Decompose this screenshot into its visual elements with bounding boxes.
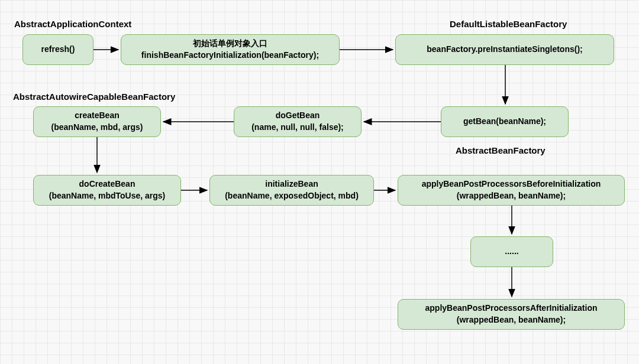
label-abstract-autowire-capable-bean-factory: AbstractAutowireCapableBeanFactory	[13, 92, 175, 102]
node-text-line2: (name, null, null, false);	[251, 122, 344, 134]
node-ellipsis: ......	[470, 236, 553, 267]
label-abstract-application-context: AbstractApplicationContext	[14, 19, 131, 29]
node-pre-instantiate-singletons: beanFactory.preInstantiateSingletons();	[395, 34, 614, 65]
node-text-line2: finishBeanFactoryInitialization(beanFact…	[141, 50, 319, 61]
node-initialize-bean: initializeBean (beanName, exposedObject,…	[209, 175, 374, 206]
node-text-line2: (wrappedBean, beanName);	[457, 190, 566, 202]
node-create-bean: createBean (beanName, mbd, args)	[33, 106, 161, 137]
node-apply-after-init: applyBeanPostProcessorsAfterInitializati…	[398, 299, 625, 330]
node-text-line1: createBean	[75, 110, 120, 122]
node-text-line1: doGetBean	[276, 110, 320, 122]
node-do-create-bean: doCreateBean (beanName, mbdToUse, args)	[33, 175, 181, 206]
node-text-line2: (beanName, exposedObject, mbd)	[225, 190, 359, 202]
node-text-line1: initializeBean	[265, 178, 318, 190]
node-apply-before-init: applyBeanPostProcessorsBeforeInitializat…	[398, 175, 625, 206]
label-default-listable-bean-factory: DefaultListableBeanFactory	[450, 19, 567, 29]
node-finish-bean-factory-init: 初始话单例对象入口 finishBeanFactoryInitializatio…	[121, 34, 340, 65]
node-text: refresh()	[41, 44, 75, 56]
node-text-line1: applyBeanPostProcessorsAfterInitializati…	[425, 303, 598, 314]
node-text-line2: (beanName, mbdToUse, args)	[49, 190, 166, 202]
node-text-line2: (beanName, mbd, args)	[51, 122, 143, 134]
node-do-get-bean: doGetBean (name, null, null, false);	[234, 106, 362, 137]
node-text-line1: applyBeanPostProcessorsBeforeInitializat…	[422, 178, 601, 190]
node-text-line1: 初始话单例对象入口	[193, 38, 267, 50]
node-text-line1: doCreateBean	[79, 178, 135, 190]
node-text: getBean(beanName);	[463, 116, 546, 128]
node-refresh: refresh()	[22, 34, 93, 65]
label-abstract-bean-factory: AbstractBeanFactory	[456, 145, 546, 155]
node-text: beanFactory.preInstantiateSingletons();	[427, 44, 582, 56]
node-text: ......	[505, 246, 518, 258]
node-text-line2: (wrappedBean, beanName);	[457, 314, 566, 326]
node-get-bean: getBean(beanName);	[441, 106, 569, 137]
